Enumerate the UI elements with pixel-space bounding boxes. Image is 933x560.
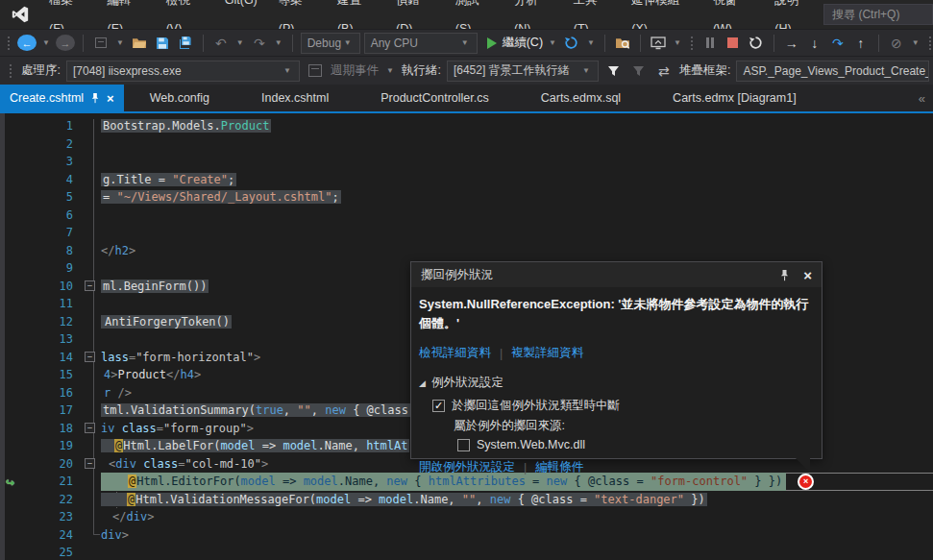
tab-label: Create.cshtml xyxy=(10,91,84,105)
line-number: 5 xyxy=(0,190,73,204)
line-number: 4 xyxy=(0,173,73,186)
code-line[interactable]: 5= "~/Views/Shared/_Layout.cshtml"; xyxy=(0,188,933,207)
process-label: 處理序: xyxy=(21,62,61,79)
tabs: Create.cshtml×Web.configIndex.cshtmlProd… xyxy=(0,85,823,111)
tab-web-config[interactable]: Web.config xyxy=(124,85,235,111)
undo-dropdown-icon[interactable]: ▼ xyxy=(236,38,244,47)
fold-margin: − xyxy=(73,455,101,474)
refresh-icon[interactable] xyxy=(562,32,581,55)
line-number: 14 xyxy=(0,351,73,364)
code-text xyxy=(101,544,933,560)
process-select[interactable]: [7048] iisexpress.exe▼ xyxy=(66,61,300,82)
continue-dropdown-icon[interactable]: ▼ xyxy=(549,38,556,47)
fold-margin xyxy=(73,242,101,260)
exception-error-icon[interactable]: × xyxy=(798,474,814,490)
code-line[interactable]: 24div> xyxy=(0,526,933,545)
lifecycle-dropdown-icon[interactable]: ▼ xyxy=(386,66,394,75)
collapse-icon[interactable]: − xyxy=(85,352,95,362)
line-number: 7 xyxy=(0,226,73,239)
code-line[interactable]: 6 xyxy=(0,207,933,225)
solution-config-select[interactable]: Debug▼ xyxy=(301,33,360,54)
code-text: = "~/Views/Shared/_Layout.cshtml"; xyxy=(101,188,933,207)
tab-carts-edmx-sql[interactable]: Carts.edmx.sql xyxy=(515,85,647,111)
step-into-icon[interactable]: ↓ xyxy=(805,32,824,55)
tab-overflow-icon[interactable]: « xyxy=(919,85,933,111)
break-on-throw-checkbox[interactable]: ✓ xyxy=(432,400,445,412)
line-number: 19 xyxy=(0,439,73,452)
code-line[interactable]: 3 xyxy=(0,153,933,171)
toolbar-grip[interactable] xyxy=(7,36,11,51)
navigate-back-icon[interactable]: ← xyxy=(17,35,37,51)
filter-threads-icon[interactable] xyxy=(604,60,624,83)
redo-dropdown-icon[interactable]: ▼ xyxy=(275,38,282,47)
search-input[interactable]: 搜尋 (Ctrl+Q) xyxy=(823,4,933,25)
source-dll-checkbox[interactable] xyxy=(457,439,470,451)
browse-with-dropdown-icon[interactable]: ▼ xyxy=(674,38,681,47)
exception-settings-link-0[interactable]: 開啟例外狀況設定 xyxy=(419,459,515,475)
code-line[interactable]: 4g.Title = "Create"; xyxy=(0,171,933,189)
save-all-icon[interactable] xyxy=(176,32,195,55)
exception-link-1[interactable]: 複製詳細資料 xyxy=(511,345,583,361)
new-item-dropdown-icon[interactable]: ▼ xyxy=(116,38,124,47)
show-next-statement-icon[interactable]: → xyxy=(782,32,801,55)
hot-reload-dropdown-icon[interactable]: ▼ xyxy=(912,38,920,47)
code-text: g.Title = "Create"; xyxy=(101,171,933,189)
lifecycle-events-icon[interactable] xyxy=(306,60,325,83)
code-line[interactable]: 23</div> xyxy=(0,508,933,526)
open-file-icon[interactable] xyxy=(130,32,149,55)
continue-button[interactable]: 繼續(C) xyxy=(487,32,543,55)
step-over-icon[interactable]: ↷ xyxy=(828,32,847,55)
tab-carts-edmx-diagram1-[interactable]: Carts.edmx [Diagram1] xyxy=(647,85,823,111)
tab-create-cshtml[interactable]: Create.cshtml× xyxy=(0,85,124,111)
thread-select[interactable]: [6452] 背景工作執行緒▼ xyxy=(447,61,599,82)
exception-settings-link-1[interactable]: 編輯條件 xyxy=(535,459,583,475)
selection-highlight: tml.ValidationSummary(true, "", new { @c… xyxy=(101,403,410,417)
stop-debugging-icon[interactable] xyxy=(724,32,743,55)
step-out-icon[interactable]: ↑ xyxy=(851,32,871,55)
pin-icon[interactable] xyxy=(90,92,100,104)
line-number: 12 xyxy=(0,315,73,329)
undo-icon[interactable]: ↶ xyxy=(211,32,231,55)
new-item-icon[interactable] xyxy=(91,32,110,55)
line-number: 15 xyxy=(0,368,73,381)
hot-reload-icon[interactable]: ⊘ xyxy=(887,32,906,55)
redo-icon[interactable]: ↷ xyxy=(250,32,269,55)
navigate-back-dropdown-icon[interactable]: ▼ xyxy=(42,38,50,47)
close-icon[interactable]: × xyxy=(107,91,114,106)
tab-productcontroller-cs[interactable]: ProductController.cs xyxy=(355,85,515,111)
toggle-flagged-icon[interactable]: ⇄ xyxy=(654,60,674,83)
lifecycle-events-label[interactable]: 週期事件 xyxy=(331,62,379,79)
toolbar-grip[interactable] xyxy=(690,36,694,51)
code-line[interactable]: 22@Html.ValidationMessageFor(model => mo… xyxy=(0,491,933,509)
refresh-dropdown-icon[interactable]: ▼ xyxy=(587,38,595,47)
pin-icon[interactable] xyxy=(779,269,790,281)
code-line[interactable]: 8</h2> xyxy=(0,242,933,260)
code-line[interactable]: 2 xyxy=(0,135,933,154)
collapse-icon[interactable]: − xyxy=(85,458,95,469)
navigate-forward-icon[interactable]: → xyxy=(56,35,75,51)
line-number: 11 xyxy=(0,297,73,310)
exception-link-0[interactable]: 檢視詳細資料 xyxy=(419,345,491,361)
save-icon[interactable] xyxy=(153,32,172,55)
toolbar-grip[interactable] xyxy=(928,36,932,51)
expander-icon[interactable]: ◢ xyxy=(419,378,426,388)
break-all-icon[interactable] xyxy=(700,32,720,55)
find-in-files-icon[interactable] xyxy=(613,32,632,55)
restart-icon[interactable] xyxy=(747,32,766,55)
selection-highlight: AntiForgeryToken() xyxy=(101,315,232,329)
browse-with-icon[interactable] xyxy=(649,32,668,55)
collapse-icon[interactable]: − xyxy=(85,423,95,433)
code-line[interactable]: 7 xyxy=(0,224,933,242)
selection-highlight: ml.BeginForm()) xyxy=(101,280,209,293)
close-icon[interactable]: × xyxy=(803,267,812,283)
tab-index-cshtml[interactable]: Index.cshtml xyxy=(235,85,355,111)
toolbar-grip[interactable] xyxy=(9,63,12,79)
stack-frame-select[interactable]: ASP._Page_Views_Product_Create_cshtml xyxy=(736,61,929,82)
platform-select[interactable]: Any CPU▼ xyxy=(364,33,478,54)
code-line[interactable]: 25 xyxy=(0,544,933,560)
code-line[interactable]: 1Bootstrap.Models.Product xyxy=(0,117,933,135)
exception-popup-header: 擲回例外狀況 × xyxy=(411,262,822,287)
collapse-icon[interactable]: − xyxy=(85,280,95,291)
exception-settings-header: 例外狀況設定 xyxy=(431,375,503,391)
filter-flagged-icon[interactable] xyxy=(629,60,649,83)
